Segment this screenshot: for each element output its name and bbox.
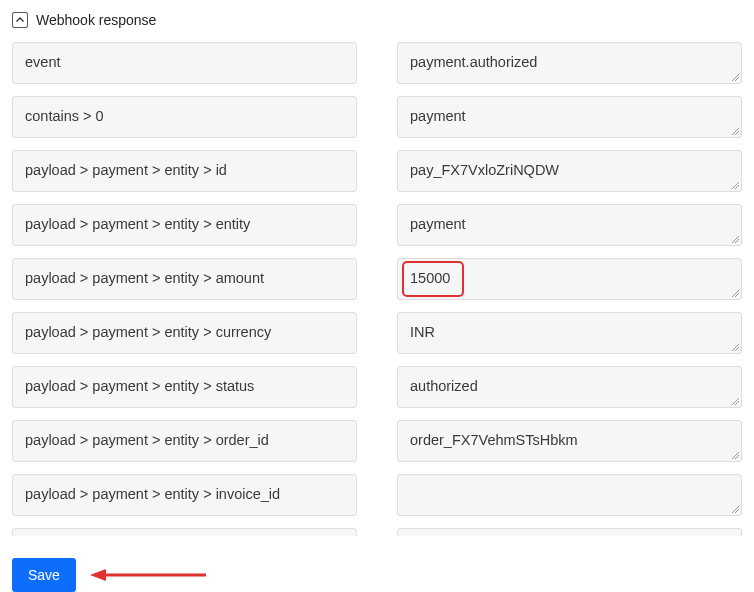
key-input[interactable]: payload > payment > entity > status	[12, 366, 357, 408]
key-input[interactable]: contains > 0	[12, 96, 357, 138]
key-input[interactable]: payload > payment > entity > order_id	[12, 420, 357, 462]
key-input[interactable]: payload > payment > entity > entity	[12, 204, 357, 246]
chevron-up-icon	[16, 17, 24, 23]
value-text: payment.authorized	[410, 54, 537, 70]
value-text: 15000	[410, 270, 450, 286]
resize-handle-icon	[730, 288, 740, 298]
table-row: payload > payment > entity > entity paym…	[12, 204, 742, 246]
value-text: payment	[410, 216, 466, 232]
value-input[interactable]: payment	[397, 96, 742, 138]
value-input[interactable]: INR	[397, 312, 742, 354]
response-rows: event payment.authorized contains > 0 pa…	[12, 42, 742, 516]
key-input-partial[interactable]	[12, 528, 357, 536]
resize-handle-icon	[730, 234, 740, 244]
table-row: payload > payment > entity > order_id or…	[12, 420, 742, 462]
value-input[interactable]: payment	[397, 204, 742, 246]
key-input[interactable]: event	[12, 42, 357, 84]
save-button[interactable]: Save	[12, 558, 76, 592]
value-input[interactable]: 15000	[397, 258, 742, 300]
footer: Save	[12, 558, 742, 592]
value-input[interactable]: payment.authorized	[397, 42, 742, 84]
key-input[interactable]: payload > payment > entity > invoice_id	[12, 474, 357, 516]
key-input[interactable]: payload > payment > entity > amount	[12, 258, 357, 300]
resize-handle-icon	[730, 72, 740, 82]
resize-handle-icon	[730, 126, 740, 136]
table-row: contains > 0 payment	[12, 96, 742, 138]
resize-handle-icon	[730, 396, 740, 406]
table-row: payload > payment > entity > amount 1500…	[12, 258, 742, 300]
svg-marker-1	[90, 569, 106, 581]
value-input[interactable]: authorized	[397, 366, 742, 408]
table-row: payload > payment > entity > invoice_id	[12, 474, 742, 516]
value-text: order_FX7VehmSTsHbkm	[410, 432, 578, 448]
resize-handle-icon	[730, 342, 740, 352]
value-text: authorized	[410, 378, 478, 394]
section-title: Webhook response	[36, 12, 156, 28]
value-input-partial[interactable]	[397, 528, 742, 536]
value-text: payment	[410, 108, 466, 124]
left-arrow-annotation	[88, 566, 208, 584]
table-row: payload > payment > entity > id pay_FX7V…	[12, 150, 742, 192]
row-cutoff	[12, 528, 742, 536]
key-input[interactable]: payload > payment > entity > currency	[12, 312, 357, 354]
table-row: payload > payment > entity > currency IN…	[12, 312, 742, 354]
key-input[interactable]: payload > payment > entity > id	[12, 150, 357, 192]
value-input[interactable]: pay_FX7VxloZriNQDW	[397, 150, 742, 192]
value-input[interactable]	[397, 474, 742, 516]
resize-handle-icon	[730, 450, 740, 460]
value-input[interactable]: order_FX7VehmSTsHbkm	[397, 420, 742, 462]
section-header: Webhook response	[12, 12, 742, 28]
resize-handle-icon	[730, 504, 740, 514]
table-row: payload > payment > entity > status auth…	[12, 366, 742, 408]
value-text: INR	[410, 324, 435, 340]
resize-handle-icon	[730, 180, 740, 190]
collapse-toggle[interactable]	[12, 12, 28, 28]
value-text: pay_FX7VxloZriNQDW	[410, 162, 559, 178]
table-row: event payment.authorized	[12, 42, 742, 84]
